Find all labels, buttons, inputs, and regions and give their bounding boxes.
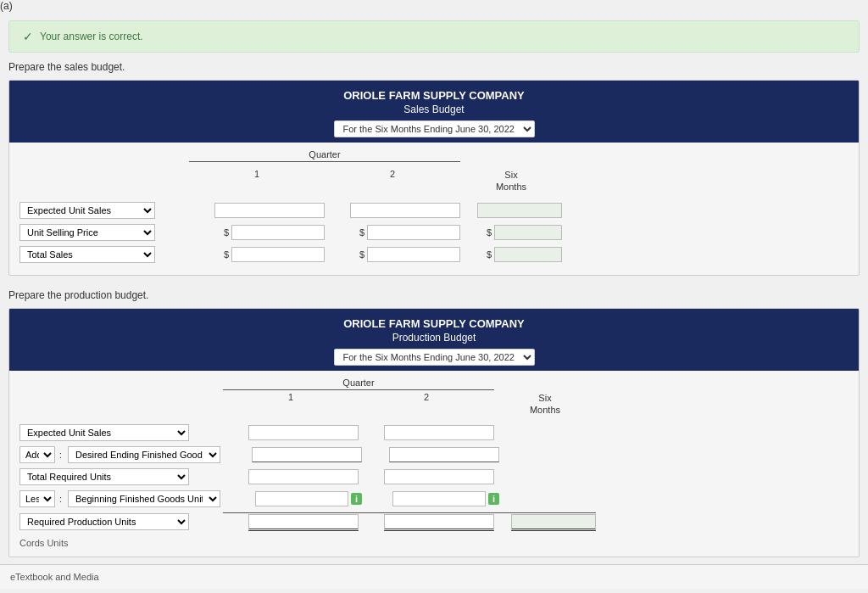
- sales-period-select[interactable]: For the Six Months Ending June 30, 2022: [334, 120, 535, 137]
- prod-company-name: ORIOLE FARM SUPPLY COMPANY: [14, 317, 854, 330]
- success-message: Your answer is correct.: [40, 31, 143, 42]
- prod-col1-header: 1: [223, 390, 359, 418]
- tab-label: (a): [0, 0, 13, 12]
- prod-row5-q1[interactable]: 32800: [248, 514, 359, 531]
- sales-row3-six[interactable]: 4488800: [494, 247, 562, 262]
- sales-row2-select[interactable]: Unit Selling Price: [19, 224, 155, 241]
- sales-row3: Total Sales $ 1760800 $ 2728000 $ 448880…: [19, 246, 849, 263]
- colon-2: :: [59, 494, 66, 504]
- sales-col-headers: Quarter: [19, 149, 849, 162]
- prod-period-select[interactable]: For the Six Months Ending June 30, 2022: [334, 349, 535, 366]
- tab-bar: (a): [0, 0, 868, 12]
- sales-row1-q2[interactable]: 44000: [350, 203, 460, 218]
- dollar-sign-6: $: [487, 249, 492, 260]
- col3-header: SixMonths: [460, 167, 562, 195]
- prod-quarter-label: Quarter: [223, 378, 494, 390]
- prod-row2-q2[interactable]: 18300: [389, 447, 499, 462]
- sales-row1-six[interactable]: 72400: [477, 203, 562, 218]
- prod-row1-select[interactable]: Expected Unit Sales: [19, 424, 189, 441]
- prod-row1: Expected Unit Sales 28400 44000: [19, 424, 849, 441]
- sales-row2-label-wrap[interactable]: Unit Selling Price: [19, 224, 189, 241]
- sales-row1-q1[interactable]: 28400: [214, 203, 325, 218]
- production-budget-table: ORIOLE FARM SUPPLY COMPANY Production Bu…: [8, 308, 860, 558]
- prod-row3-label-wrap[interactable]: Total Required Units: [19, 468, 223, 485]
- info-btn-q2[interactable]: i: [488, 493, 499, 505]
- sales-budget-table: ORIOLE FARM SUPPLY COMPANY Sales Budget …: [8, 80, 860, 276]
- prod-row3-q2[interactable]: 62300: [384, 469, 494, 484]
- sales-row3-q1[interactable]: 1760800: [231, 247, 325, 262]
- prod-row1-label-wrap[interactable]: Expected Unit Sales: [19, 424, 223, 441]
- cords-units-label: Cords Units: [19, 534, 849, 550]
- sales-row3-q2[interactable]: 2728000: [367, 247, 460, 262]
- prod-col2-header: 2: [359, 390, 494, 418]
- prod-col-header-row: Quarter: [19, 378, 849, 390]
- dollar-sign-4: $: [224, 249, 229, 260]
- check-icon: ✓: [23, 30, 33, 43]
- prod-row5-q2[interactable]: 49800: [384, 514, 494, 531]
- prod-row5-label-wrap[interactable]: Required Production Units: [19, 513, 223, 530]
- dollar-sign-2: $: [359, 227, 364, 238]
- prod-row1-q2[interactable]: 44000: [384, 425, 494, 440]
- prod-row5-six[interactable]: 82600: [511, 514, 596, 531]
- sales-row2-q2[interactable]: 62: [367, 225, 460, 240]
- section2-label: Prepare the production budget.: [8, 289, 860, 301]
- prod-row3-select[interactable]: Total Required Units: [19, 468, 189, 485]
- success-banner: ✓ Your answer is correct.: [8, 20, 860, 53]
- prod-row2: Add : Desired Ending Finished Goods Unit…: [19, 446, 849, 463]
- sales-budget-body: Quarter 1 2 SixMonths Expected Unit Sale…: [9, 143, 859, 275]
- dollar-sign-1: $: [224, 227, 229, 238]
- dollar-sign-3: $: [487, 227, 492, 238]
- bottom-bar: eTextbook and Media: [0, 564, 868, 589]
- prod-row4-sub-select[interactable]: Beginning Finished Goods Units: [68, 490, 220, 507]
- sales-row2: Unit Selling Price $ 62 $ 62 $ 62: [19, 224, 849, 241]
- prod-col-nums: 1 2 SixMonths: [19, 390, 849, 418]
- sales-budget-title: Sales Budget: [14, 103, 854, 115]
- prod-row3: Total Required Units 40900 62300: [19, 468, 849, 485]
- section1-label: Prepare the sales budget.: [8, 61, 860, 73]
- sales-row1-label-wrap[interactable]: Expected Unit Sales: [19, 202, 189, 219]
- sales-row1: Expected Unit Sales 28400 44000 72400: [19, 202, 849, 219]
- prod-row2-q1[interactable]: 12500: [252, 447, 362, 462]
- prod-less-select[interactable]: Less: [19, 490, 55, 507]
- sales-company-name: ORIOLE FARM SUPPLY COMPANY: [14, 89, 854, 102]
- dollar-sign-5: $: [359, 249, 364, 260]
- col2-header: 2: [325, 167, 460, 195]
- sales-row3-label-wrap[interactable]: Total Sales: [19, 246, 189, 263]
- prod-col3-header: SixMonths: [494, 390, 596, 418]
- sales-row2-six[interactable]: 62: [494, 225, 562, 240]
- prod-row3-q1[interactable]: 40900: [248, 469, 359, 484]
- sales-row2-q1[interactable]: 62: [231, 225, 325, 240]
- prod-row4-q1[interactable]: 8100: [255, 491, 348, 506]
- prod-row4-q2[interactable]: 12500: [392, 491, 486, 506]
- colon-1: :: [59, 450, 66, 460]
- sales-row3-select[interactable]: Total Sales: [19, 246, 155, 263]
- quarter-label: Quarter: [189, 149, 460, 162]
- prod-budget-title: Production Budget: [14, 332, 854, 344]
- etextbook-label: eTextbook and Media: [10, 572, 99, 582]
- prod-row5: Required Production Units 32800 49800 82…: [19, 512, 849, 531]
- info-btn-q1[interactable]: i: [351, 493, 362, 505]
- prod-row4: Less : Beginning Finished Goods Units 81…: [19, 490, 849, 507]
- prod-add-select[interactable]: Add: [19, 446, 55, 463]
- prod-row5-select[interactable]: Required Production Units: [19, 513, 189, 530]
- col1-header: 1: [189, 167, 325, 195]
- sales-col-nums: 1 2 SixMonths: [19, 167, 849, 195]
- sales-row1-select[interactable]: Expected Unit Sales: [19, 202, 155, 219]
- prod-row1-q1[interactable]: 28400: [248, 425, 359, 440]
- sales-budget-header: ORIOLE FARM SUPPLY COMPANY Sales Budget …: [9, 81, 859, 143]
- prod-budget-body: Quarter 1 2 SixMonths Expected Unit Sale…: [9, 371, 859, 557]
- prod-row2-sub-select[interactable]: Desired Ending Finished Goods Units: [68, 446, 220, 463]
- prod-budget-header: ORIOLE FARM SUPPLY COMPANY Production Bu…: [9, 309, 859, 371]
